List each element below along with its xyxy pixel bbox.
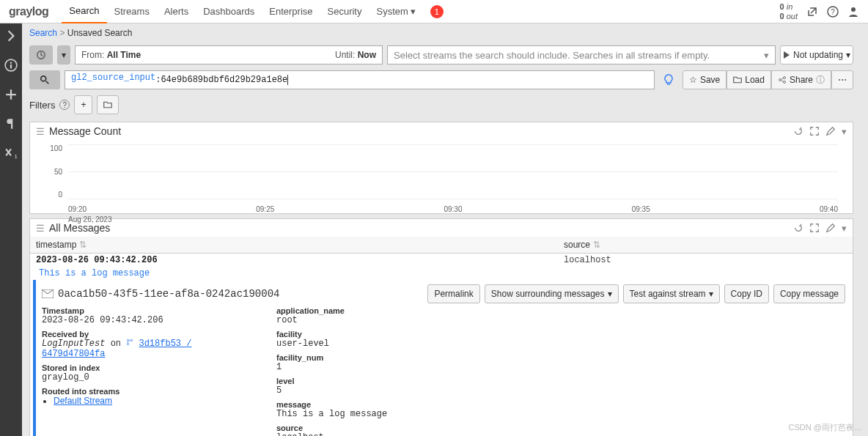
- stream-link[interactable]: Default Stream: [54, 396, 112, 406]
- save-button[interactable]: ☆ Save: [683, 70, 727, 89]
- help-small-icon: ⓘ: [816, 74, 825, 86]
- y-axis-ticks: 100 50 0: [36, 144, 62, 199]
- table-row[interactable]: 2023-08-26 09:43:42.206 localhost: [30, 254, 853, 267]
- edit-icon[interactable]: [825, 223, 836, 234]
- timerange-button[interactable]: [29, 45, 53, 64]
- out-label: out: [787, 12, 798, 21]
- replay-icon[interactable]: [793, 126, 803, 137]
- topbar: graylog Search Streams Alerts Dashboards…: [0, 0, 868, 23]
- subscript-icon[interactable]: 1: [4, 147, 18, 160]
- x-tick: 09:35: [632, 205, 650, 213]
- notification-badge[interactable]: 1: [430, 5, 444, 18]
- th-timestamp[interactable]: timestamp ⇅: [30, 237, 558, 253]
- caret-down-icon: ▾: [411, 6, 416, 17]
- stream-select[interactable]: Select streams the search should include…: [387, 45, 776, 64]
- expand-icon[interactable]: [809, 223, 820, 234]
- panel-title: Message Count: [49, 125, 121, 137]
- timerange-display[interactable]: From: All Time Until: Now: [75, 45, 383, 64]
- load-button[interactable]: Load: [727, 70, 771, 89]
- timerange-caret[interactable]: ▾: [57, 45, 70, 64]
- nav-search[interactable]: Search: [62, 0, 106, 23]
- until-label: Until:: [335, 50, 355, 60]
- nav-security[interactable]: Security: [320, 0, 369, 23]
- field-value: 1: [276, 362, 845, 372]
- ellipsis-icon: ⋯: [838, 75, 847, 85]
- chevron-down-icon[interactable]: ▾: [842, 126, 847, 137]
- nav-streams[interactable]: Streams: [107, 0, 157, 23]
- field-message: messageThis is a log message: [276, 400, 845, 419]
- lightbulb-icon[interactable]: [659, 70, 678, 89]
- more-button[interactable]: ⋯: [831, 70, 853, 89]
- expand-icon[interactable]: [809, 126, 820, 137]
- copy-id-button[interactable]: Copy ID: [724, 284, 769, 303]
- nav-system-label: System: [376, 6, 408, 17]
- breadcrumb-leaf: Unsaved Search: [67, 28, 133, 38]
- chevron-right-icon[interactable]: [4, 29, 18, 43]
- input-name: LogInputTest: [42, 339, 105, 349]
- field-facility-num: facility_num1: [276, 353, 845, 372]
- nav: Search Streams Alerts Dashboards Enterpr…: [62, 0, 423, 23]
- test-stream-button[interactable]: Test against stream ▾: [623, 284, 720, 303]
- info-icon[interactable]: [4, 59, 18, 72]
- caret-down-icon: ▾: [709, 289, 713, 299]
- chevron-down-icon[interactable]: ▾: [842, 223, 847, 234]
- paragraph-icon[interactable]: [4, 117, 18, 130]
- share-button[interactable]: Share ⓘ: [771, 70, 831, 89]
- user-icon[interactable]: [847, 6, 859, 18]
- from-label: From:: [81, 50, 104, 60]
- run-button[interactable]: Not updating ▾: [780, 45, 853, 64]
- drag-handle-icon[interactable]: ☰: [36, 223, 45, 234]
- nav-dashboards[interactable]: Dashboards: [196, 0, 262, 23]
- branch-icon: [126, 339, 133, 349]
- external-link-icon[interactable]: [806, 6, 818, 18]
- help-icon[interactable]: ?: [827, 6, 839, 18]
- field-key: message: [276, 400, 845, 409]
- text-cursor: [287, 75, 293, 85]
- copy-message-button[interactable]: Copy message: [773, 284, 845, 303]
- field-key: level: [276, 377, 845, 385]
- on-label: on: [111, 339, 121, 349]
- filters-row: Filters ? +: [22, 92, 861, 117]
- edit-icon[interactable]: [825, 126, 836, 137]
- surrounding-label: Show surrounding messages: [491, 289, 605, 299]
- drag-handle-icon[interactable]: ☰: [36, 126, 45, 137]
- field-facility: facilityuser-level: [276, 330, 845, 349]
- action-group: ☆ Save Load Share ⓘ ⋯: [683, 70, 853, 89]
- query-field: gl2_source_input: [71, 73, 155, 83]
- permalink-button[interactable]: Permalink: [427, 284, 479, 303]
- replay-icon[interactable]: [793, 223, 803, 234]
- query-input[interactable]: gl2_source_input:64e9b689bdbf6d29b29a1e8…: [65, 70, 655, 89]
- plus-icon: +: [81, 100, 86, 110]
- test-stream-label: Test against stream: [630, 289, 706, 299]
- th-source[interactable]: source ⇅: [558, 237, 853, 253]
- field-key: facility_num: [276, 353, 845, 362]
- run-label: Not updating: [793, 50, 843, 60]
- panel-message-count: ☰ Message Count ▾ 100 50 0 09:20: [29, 122, 853, 214]
- svg-text:?: ?: [831, 8, 835, 16]
- chart-grid: [68, 144, 838, 199]
- field-key: Received by: [42, 330, 232, 339]
- surrounding-button[interactable]: Show surrounding messages ▾: [485, 284, 619, 303]
- plus-icon[interactable]: [4, 88, 18, 101]
- nav-alerts[interactable]: Alerts: [157, 0, 196, 23]
- search-button[interactable]: [29, 70, 60, 89]
- stream-placeholder: Select streams the search should include…: [394, 50, 710, 61]
- svg-text:1: 1: [15, 153, 18, 160]
- nav-enterprise[interactable]: Enterprise: [262, 0, 320, 23]
- nav-system[interactable]: System ▾: [369, 0, 422, 23]
- filter-folder-button[interactable]: [97, 95, 119, 114]
- caret-down-icon: ▾: [62, 50, 66, 60]
- in-count: 0: [780, 2, 784, 11]
- clock-icon: [36, 50, 46, 60]
- detail-right: application_nameroot facilityuser-level …: [276, 306, 845, 436]
- sort-icon: ⇅: [79, 240, 87, 250]
- help-icon[interactable]: ?: [59, 100, 70, 110]
- add-filter-button[interactable]: +: [74, 95, 92, 114]
- field-key: application_name: [276, 306, 845, 315]
- breadcrumb-root[interactable]: Search: [29, 28, 57, 38]
- message-id: 0aca1b50-43f5-11ee-af8a-0242ac190004: [58, 288, 279, 300]
- field-key: facility: [276, 330, 845, 339]
- sidebar: 1: [0, 23, 22, 436]
- load-label: Load: [745, 75, 765, 85]
- detail-grid: Timestamp 2023-08-26 09:43:42.206 Receiv…: [42, 306, 845, 436]
